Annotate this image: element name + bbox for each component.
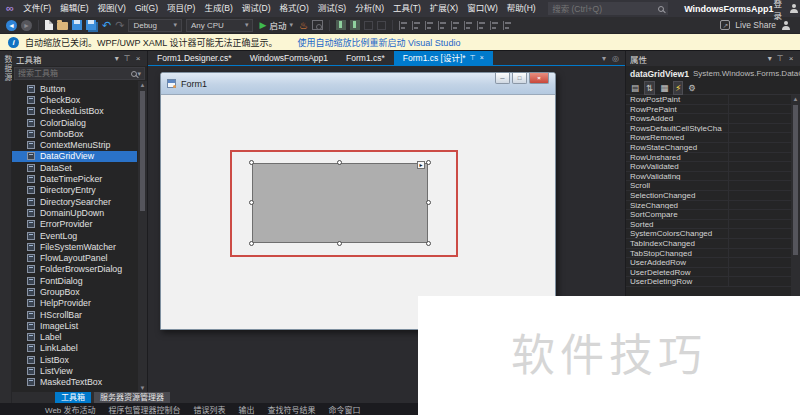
navigate-forward-icon[interactable]: ► bbox=[21, 20, 32, 31]
hot-reload-icon[interactable]: ♨ bbox=[299, 18, 308, 33]
event-value-cell[interactable] bbox=[729, 143, 791, 152]
tab-form1-designer-cs[interactable]: Form1.Designer.cs* bbox=[148, 51, 241, 65]
event-value-cell[interactable] bbox=[729, 220, 791, 229]
event-value-cell[interactable] bbox=[729, 239, 791, 248]
toolbox-item[interactable]: DataGridView bbox=[12, 151, 137, 162]
event-value-cell[interactable] bbox=[729, 191, 791, 200]
event-row[interactable]: RowUnshared bbox=[626, 153, 791, 163]
menu-item[interactable]: 工具(T) bbox=[388, 0, 425, 17]
toolbox-bottom-tab[interactable]: 工具箱 bbox=[55, 392, 91, 403]
status-bar-item[interactable]: Web 发布活动 bbox=[45, 404, 96, 415]
event-value-cell[interactable] bbox=[729, 229, 791, 238]
toolbox-item[interactable]: FlowLayoutPanel bbox=[12, 252, 137, 263]
toolbox-item[interactable]: ContextMenuStrip bbox=[12, 139, 137, 150]
toolbox-item[interactable]: ErrorProvider bbox=[12, 219, 137, 230]
tab-windowsformsapp1[interactable]: WindowsFormsApp1 bbox=[241, 51, 337, 65]
event-value-cell[interactable] bbox=[729, 114, 791, 123]
toolbox-item[interactable]: Label bbox=[12, 332, 137, 343]
event-value-cell[interactable] bbox=[729, 210, 791, 219]
tab-list-dropdown-icon[interactable]: ▾ bbox=[602, 54, 606, 63]
toolbox-item[interactable]: HelpProvider bbox=[12, 298, 137, 309]
event-value-cell[interactable] bbox=[729, 95, 791, 104]
selected-object-row[interactable]: dataGridView1 System.Windows.Forms.DataG… bbox=[626, 66, 800, 81]
event-row[interactable]: SizeChanged bbox=[626, 201, 791, 211]
toolbox-item[interactable]: FileSystemWatcher bbox=[12, 241, 137, 252]
status-bar-item[interactable]: 命令窗口 bbox=[329, 404, 361, 415]
solution-platform-dropdown[interactable]: Any CPU ▾ bbox=[186, 19, 254, 32]
event-row[interactable]: SelectionChanged bbox=[626, 191, 791, 201]
make-same-height-icon[interactable] bbox=[490, 21, 499, 30]
tab-options-icon[interactable]: ◎ bbox=[612, 54, 619, 63]
align-centers-icon[interactable] bbox=[412, 21, 421, 30]
properties-view-icon[interactable]: ▦ bbox=[659, 82, 669, 94]
sign-in-button[interactable]: 登录 bbox=[774, 0, 796, 21]
categorized-icon[interactable]: ▤ bbox=[630, 82, 640, 94]
search-input[interactable] bbox=[552, 4, 658, 14]
toolbox-item[interactable]: FontDialog bbox=[12, 275, 137, 286]
status-bar-item[interactable]: 查找符号结果 bbox=[268, 404, 316, 415]
resize-handle[interactable] bbox=[337, 160, 342, 165]
feedback-icon[interactable] bbox=[781, 21, 790, 30]
window-position-icon[interactable]: ▾ bbox=[765, 54, 774, 63]
event-value-cell[interactable] bbox=[729, 268, 791, 277]
new-file-icon[interactable] bbox=[45, 20, 53, 30]
toolbox-item[interactable]: CheckedListBox bbox=[12, 106, 137, 117]
property-pages-icon[interactable]: ⚙ bbox=[687, 82, 697, 94]
menu-item[interactable]: 分析(N) bbox=[351, 0, 389, 17]
toolbox-item[interactable]: ListView bbox=[12, 365, 137, 376]
toolbox-item[interactable]: DirectorySearcher bbox=[12, 196, 137, 207]
event-row[interactable]: RowsRemoved bbox=[626, 133, 791, 143]
menu-item[interactable]: 窗口(W) bbox=[463, 0, 503, 17]
resize-handle[interactable] bbox=[426, 160, 431, 165]
server-explorer-bottom-tab[interactable]: 服务器资源管理器 bbox=[94, 392, 170, 403]
menu-item[interactable]: 视图(V) bbox=[93, 0, 130, 17]
toolbox-item[interactable]: ColorDialog bbox=[12, 117, 137, 128]
toolbox-item[interactable]: DataSet bbox=[12, 162, 137, 173]
event-value-cell[interactable] bbox=[729, 181, 791, 190]
event-value-cell[interactable] bbox=[729, 258, 791, 267]
event-row[interactable]: Scroll bbox=[626, 181, 791, 191]
toolbox-item[interactable]: Button bbox=[12, 83, 137, 94]
close-icon[interactable]: × bbox=[786, 54, 796, 63]
toolbox-item[interactable]: ComboBox bbox=[12, 128, 137, 139]
toolbox-item[interactable]: DateTimePicker bbox=[12, 173, 137, 184]
event-row[interactable]: RowStateChanged bbox=[626, 143, 791, 153]
event-value-cell[interactable] bbox=[729, 277, 791, 286]
resize-handle[interactable] bbox=[249, 241, 254, 246]
menu-item[interactable]: 编辑(E) bbox=[56, 0, 93, 17]
resize-handle[interactable] bbox=[337, 241, 342, 246]
align-lefts-icon[interactable] bbox=[399, 21, 408, 30]
menu-item[interactable]: 文件(F) bbox=[19, 0, 56, 17]
scroll-up-icon[interactable]: ▲ bbox=[791, 96, 800, 102]
resize-handle[interactable] bbox=[249, 200, 254, 205]
form-client-area[interactable]: ▸ bbox=[161, 95, 555, 329]
save-all-icon[interactable] bbox=[86, 20, 96, 30]
event-value-cell[interactable] bbox=[729, 105, 791, 114]
pin-icon[interactable]: ⊤ bbox=[121, 54, 133, 63]
start-debugging-button[interactable]: ▶ 启动 ▾ bbox=[257, 19, 294, 31]
event-row[interactable]: SortCompare bbox=[626, 210, 791, 220]
resize-handle[interactable] bbox=[249, 160, 254, 165]
event-value-cell[interactable] bbox=[729, 124, 791, 133]
event-row[interactable]: UserDeletingRow bbox=[626, 277, 791, 287]
open-file-icon[interactable] bbox=[57, 22, 68, 30]
menu-item[interactable]: 扩展(X) bbox=[425, 0, 462, 17]
alphabetical-icon[interactable]: ⇅ bbox=[644, 81, 655, 95]
event-row[interactable]: UserAddedRow bbox=[626, 258, 791, 268]
toolbox-item[interactable]: DomainUpDown bbox=[12, 207, 137, 218]
make-same-width-icon[interactable] bbox=[477, 21, 486, 30]
navigate-back-icon[interactable]: ◄ bbox=[6, 20, 17, 31]
toolbox-item[interactable]: HScrollBar bbox=[12, 309, 137, 320]
events-view-icon[interactable]: ⚡ bbox=[673, 81, 683, 95]
toolbox-item[interactable]: CheckBox bbox=[12, 94, 137, 105]
toolbox-search-input[interactable] bbox=[18, 69, 131, 78]
menu-item[interactable]: 测试(S) bbox=[313, 0, 350, 17]
menu-item[interactable]: 帮助(H) bbox=[502, 0, 540, 17]
toolbox-item[interactable]: FolderBrowserDialog bbox=[12, 264, 137, 275]
event-row[interactable]: RowPrePaint bbox=[626, 105, 791, 115]
align-bottoms-icon[interactable] bbox=[464, 21, 473, 30]
pin-icon[interactable]: ⊤ bbox=[774, 54, 786, 63]
smart-tag-icon[interactable]: ▸ bbox=[417, 161, 425, 169]
window-position-icon[interactable]: ▾ bbox=[112, 54, 121, 63]
event-row[interactable]: SystemColorsChanged bbox=[626, 229, 791, 239]
